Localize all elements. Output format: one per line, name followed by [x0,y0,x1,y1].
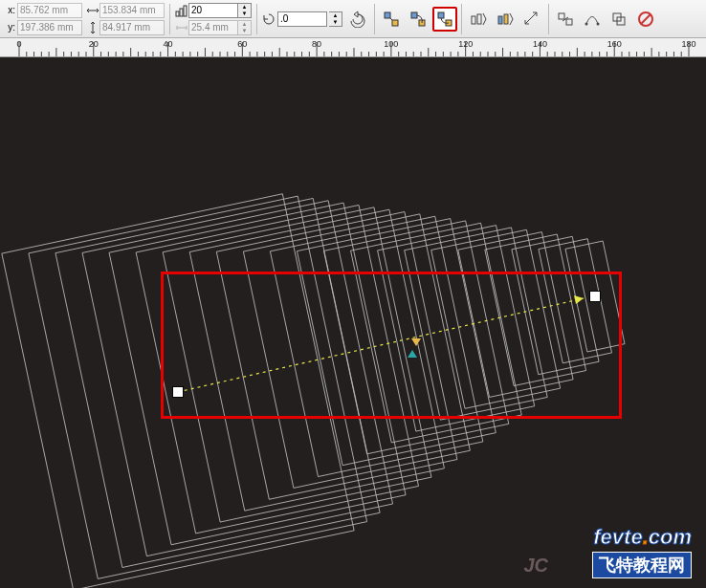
rotation-input[interactable]: .0 [277,11,327,27]
drawing-canvas[interactable]: JC fevte.com 飞特教程网 [0,57,706,588]
svg-text:140: 140 [533,39,547,49]
svg-rect-13 [559,13,564,19]
color-accel-button[interactable] [493,7,518,32]
svg-text:180: 180 [681,39,695,49]
svg-rect-14 [566,19,572,25]
clear-blend-button[interactable] [633,7,658,32]
annotation-highlight-box [161,272,622,419]
svg-rect-3 [385,12,390,18]
x-position-input[interactable]: 85.762 mm [17,3,82,18]
rotation-group: .0 ▲▼ [260,11,344,27]
svg-rect-2 [184,6,187,16]
horizontal-ruler: 020406080100120140160180 [0,38,706,57]
start-end-props-button[interactable] [553,7,578,32]
svg-rect-10 [477,14,481,24]
y-position-input[interactable]: 197.386 mm [17,20,82,35]
object-accel-button[interactable] [466,7,491,32]
svg-rect-12 [504,14,508,24]
width-icon [86,4,99,17]
steps-spinner[interactable]: ▲▼ [238,3,252,18]
height-input[interactable]: 84.917 mm [99,20,165,35]
accel-marker-bottom[interactable] [408,350,417,358]
svg-rect-0 [176,11,179,16]
svg-text:0: 0 [16,39,21,49]
height-icon [86,21,99,34]
steps-icon [175,4,188,17]
blend-steps-group: 20 ▲▼ 25.4 mm ▲▼ [173,3,254,35]
copy-blend-button[interactable] [607,7,631,32]
svg-text:120: 120 [458,39,473,49]
watermark-subtitle: 飞特教程网 [592,552,692,578]
y-label: y: [4,22,17,33]
counterclockwise-blend-button[interactable] [432,7,457,32]
svg-rect-4 [392,20,398,26]
spacing-icon [175,21,188,34]
clockwise-blend-button[interactable] [406,7,430,32]
svg-rect-5 [411,12,417,18]
steps-input[interactable]: 20 [188,3,238,18]
spacing-spinner[interactable]: ▲▼ [238,20,252,35]
rotation-spinner[interactable]: ▲▼ [329,11,342,27]
property-bar: x: 85.762 mm y: 197.386 mm 153.834 mm 84… [0,0,706,38]
blend-end-handle[interactable] [589,291,601,302]
size-group: 153.834 mm 84.917 mm [84,3,166,35]
rotation-icon [262,12,276,26]
svg-point-16 [597,22,600,25]
width-input[interactable]: 153.834 mm [99,3,165,18]
direct-blend-button[interactable] [379,7,404,32]
path-props-button[interactable] [580,7,605,32]
watermark-brand-right: com [649,525,692,549]
svg-text:40: 40 [164,39,173,49]
position-group: x: 85.762 mm y: 197.386 mm [2,3,84,35]
loop-blend-button[interactable] [345,7,370,32]
svg-rect-9 [472,16,475,24]
svg-rect-1 [180,9,183,16]
svg-text:20: 20 [89,39,99,49]
spacing-input[interactable]: 25.4 mm [188,20,238,35]
svg-text:100: 100 [384,39,398,49]
watermark-side: JC [523,555,548,577]
svg-point-15 [585,22,588,25]
svg-rect-7 [438,12,444,18]
x-label: x: [4,5,17,15]
svg-rect-11 [498,16,502,24]
watermark-brand-left: fevte [593,525,642,549]
svg-text:160: 160 [607,39,622,49]
watermark: fevte.com 飞特教程网 [592,525,692,578]
svg-text:80: 80 [312,39,321,49]
blend-start-handle[interactable] [172,386,184,398]
svg-text:60: 60 [237,39,247,49]
accel-sizing-button[interactable] [519,7,544,32]
accel-marker-top[interactable] [411,338,421,346]
